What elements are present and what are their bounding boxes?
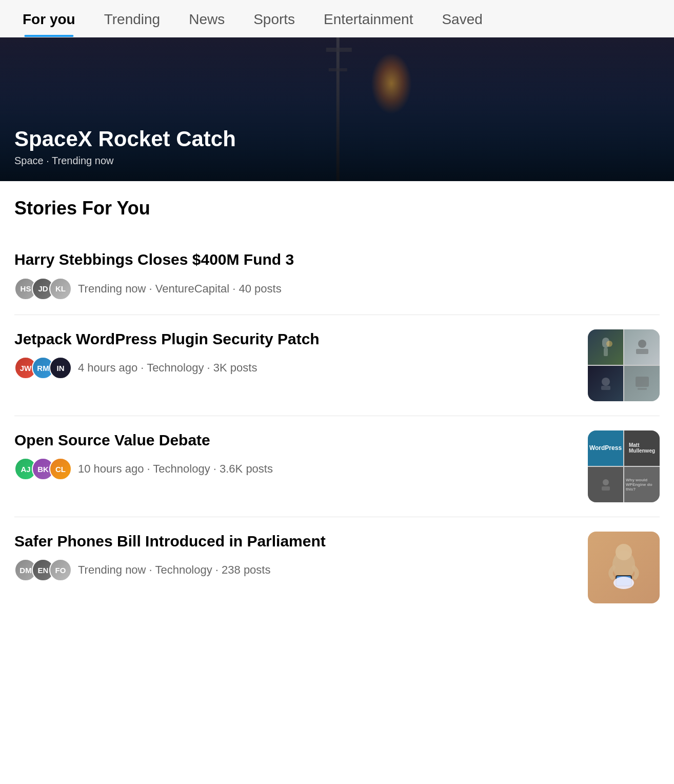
hero-title: SpaceX Rocket Catch bbox=[14, 127, 236, 151]
thumb-cell bbox=[624, 329, 660, 365]
avatar-initials: DM bbox=[19, 566, 31, 575]
story-meta-text: Trending now · Technology · 238 posts bbox=[78, 563, 270, 577]
story-left: Safer Phones Bill Introduced in Parliame… bbox=[14, 532, 588, 582]
svg-rect-7 bbox=[636, 377, 649, 387]
nav-tabs: For youTrendingNewsSportsEntertainmentSa… bbox=[0, 0, 674, 37]
story-item[interactable]: Safer Phones Bill Introduced in Parliame… bbox=[14, 517, 660, 618]
avatar-group: HSJDKL bbox=[14, 278, 72, 300]
avatar: KL bbox=[49, 278, 72, 300]
story-thumbnail bbox=[588, 532, 660, 603]
avatar-initials: FO bbox=[55, 566, 66, 575]
story-title: Safer Phones Bill Introduced in Parliame… bbox=[14, 532, 576, 551]
stories-section: Stories For You Harry Stebbings Closes $… bbox=[0, 181, 674, 618]
tab-news[interactable]: News bbox=[174, 0, 239, 37]
avatar-initials: AJ bbox=[21, 465, 30, 474]
thumb-cell bbox=[588, 532, 660, 603]
hero-banner[interactable]: SpaceX Rocket Catch Space · Trending now bbox=[0, 37, 674, 181]
svg-rect-1 bbox=[604, 348, 608, 356]
thumb-cell: WordPress bbox=[588, 430, 623, 466]
tab-for-you[interactable]: For you bbox=[8, 0, 90, 37]
tab-sports[interactable]: Sports bbox=[239, 0, 309, 37]
thumb-cell bbox=[588, 329, 623, 365]
hero-meta: Space · Trending now bbox=[14, 155, 236, 167]
story-left: Open Source Value DebateAJBKCL10 hours a… bbox=[14, 430, 588, 481]
avatar-initials: HS bbox=[21, 284, 31, 293]
story-meta-row: DMENFOTrending now · Technology · 238 po… bbox=[14, 559, 576, 581]
thumb-cell: MattMullenweg bbox=[624, 430, 660, 466]
story-thumbnail: WordPress MattMullenweg Why would WPEngi… bbox=[588, 430, 660, 502]
story-meta-text: Trending now · VentureCapital · 40 posts bbox=[78, 282, 282, 296]
thumb-cell bbox=[588, 366, 623, 401]
avatar-initials: IN bbox=[57, 364, 65, 373]
tab-saved[interactable]: Saved bbox=[427, 0, 497, 37]
thumb-cell: Why would WPEngine do this? bbox=[624, 467, 660, 502]
svg-point-12 bbox=[616, 544, 632, 560]
tab-trending[interactable]: Trending bbox=[90, 0, 174, 37]
avatar: FO bbox=[49, 559, 72, 581]
story-left: Harry Stebbings Closes $400M Fund 3HSJDK… bbox=[14, 250, 660, 300]
avatar-initials: JW bbox=[20, 364, 32, 373]
story-meta-row: HSJDKLTrending now · VentureCapital · 40… bbox=[14, 278, 660, 300]
avatar-initials: JD bbox=[38, 284, 48, 293]
avatar-initials: EN bbox=[38, 566, 49, 575]
avatar-group: DMENFO bbox=[14, 559, 72, 581]
svg-rect-8 bbox=[638, 388, 647, 390]
story-title: Jetpack WordPress Plugin Security Patch bbox=[14, 329, 576, 349]
avatar: IN bbox=[49, 357, 72, 379]
thumb-cell bbox=[624, 366, 660, 401]
story-title: Open Source Value Debate bbox=[14, 430, 576, 450]
story-thumbnail bbox=[588, 329, 660, 401]
stories-heading: Stories For You bbox=[14, 198, 660, 219]
svg-point-3 bbox=[638, 340, 646, 348]
avatar-initials: KL bbox=[55, 284, 66, 293]
avatar: CL bbox=[49, 458, 72, 480]
story-item[interactable]: Open Source Value DebateAJBKCL10 hours a… bbox=[14, 416, 660, 517]
svg-point-9 bbox=[603, 479, 609, 485]
hero-content: SpaceX Rocket Catch Space · Trending now bbox=[14, 127, 236, 167]
svg-point-15 bbox=[613, 577, 634, 589]
story-title: Harry Stebbings Closes $400M Fund 3 bbox=[14, 250, 660, 269]
thumb-cell bbox=[588, 467, 623, 502]
tab-entertainment[interactable]: Entertainment bbox=[309, 0, 427, 37]
svg-point-2 bbox=[606, 341, 612, 347]
svg-point-5 bbox=[602, 378, 610, 386]
story-item[interactable]: Jetpack WordPress Plugin Security PatchJ… bbox=[14, 315, 660, 416]
avatar-initials: BK bbox=[37, 465, 49, 474]
svg-rect-6 bbox=[601, 386, 610, 390]
avatar-initials: CL bbox=[55, 465, 66, 474]
stories-list: Harry Stebbings Closes $400M Fund 3HSJDK… bbox=[14, 236, 660, 618]
svg-rect-10 bbox=[602, 486, 610, 491]
story-meta-text: 4 hours ago · Technology · 3K posts bbox=[78, 361, 257, 375]
story-meta-text: 10 hours ago · Technology · 3.6K posts bbox=[78, 462, 273, 476]
avatar-group: JWRMIN bbox=[14, 357, 72, 379]
story-meta-row: JWRMIN4 hours ago · Technology · 3K post… bbox=[14, 357, 576, 379]
story-meta-row: AJBKCL10 hours ago · Technology · 3.6K p… bbox=[14, 458, 576, 480]
avatar-group: AJBKCL bbox=[14, 458, 72, 480]
svg-rect-4 bbox=[636, 349, 648, 354]
story-item[interactable]: Harry Stebbings Closes $400M Fund 3HSJDK… bbox=[14, 236, 660, 315]
avatar-initials: RM bbox=[37, 364, 49, 373]
story-left: Jetpack WordPress Plugin Security PatchJ… bbox=[14, 329, 588, 380]
